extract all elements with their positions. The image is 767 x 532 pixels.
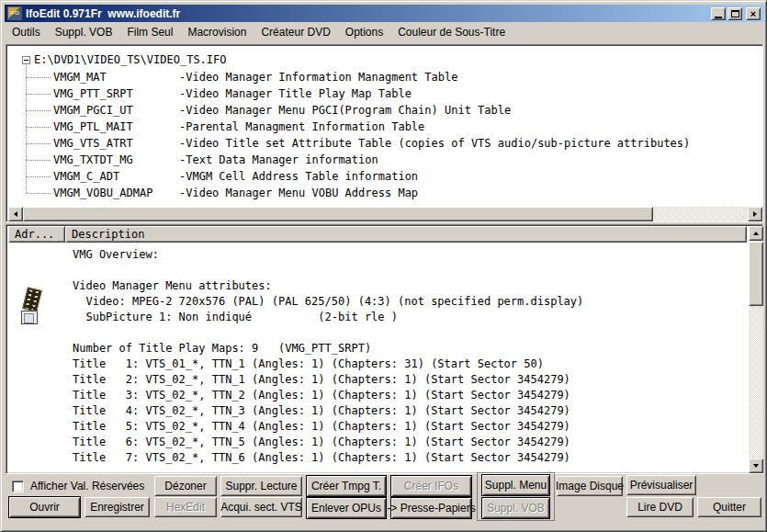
minimize-button[interactable] (711, 7, 726, 20)
tree-item-vmg-ptl-mait[interactable]: VMG_PTL_MAIT-Parental Managment Informat… (53, 119, 424, 135)
tree-item-name: VMGM_PGCI_UT (53, 104, 179, 117)
column-header-adr[interactable]: Adr... (8, 226, 65, 243)
tree-item-desc: -VMGM Cell Address Table information (179, 170, 418, 183)
tree-item-name: VMGM_MAT (53, 71, 179, 84)
show-reserved-checkbox-row[interactable]: Afficher Val. Réservées (12, 476, 144, 496)
tree-item-desc: -Text Data Manager information (179, 153, 378, 166)
info-vertical-scrollbar[interactable] (749, 226, 763, 473)
maximize-button[interactable] (728, 7, 742, 20)
film-strip-icon (21, 289, 45, 329)
show-reserved-checkbox[interactable] (12, 481, 24, 492)
list-header: Adr... Description (8, 226, 747, 243)
vmg-overview-text: VMG Overview: Video Manager Menu attribu… (73, 247, 583, 466)
suppl-menu-button[interactable]: Suppl. Menu (481, 474, 550, 496)
info-line: Number of Title Play Maps: 9 (VMG_PTT_SR… (73, 341, 583, 357)
tree-item-name: VMG_TXTDT_MG (53, 153, 179, 166)
tree-item-desc: -Video Manager Title Play Map Table (179, 87, 412, 100)
column-header-description[interactable]: Description (65, 226, 747, 243)
enregistrer-button[interactable]: Enregistrer (85, 497, 150, 517)
tree-item-name: VMG_PTL_MAIT (53, 120, 179, 133)
menu-createur-dvd[interactable]: Créateur DVD (254, 24, 337, 40)
info-line: Title 3: VTS_02_*, TTN_2 (Angles: 1) (Ch… (73, 388, 583, 403)
arrow-up-icon (753, 232, 759, 235)
tree-item-vmgm-vobu-admap[interactable]: VMGM_VOBU_ADMAP-Video Manager Menu VOBU … (53, 185, 418, 201)
previsualiser-button[interactable]: Prévisualiser (626, 475, 696, 495)
ifo-tree-panel: E:\DVD1\VIDEO_TS\VIDEO_TS.IFO VMGM_MAT-V… (6, 44, 763, 222)
tree-guide-line (26, 65, 27, 193)
enlever-opus-button[interactable]: Enlever OPUs (306, 497, 387, 519)
tree-item-name: VMG_PTT_SRPT (53, 87, 179, 100)
scrollbar-thumb[interactable] (749, 242, 763, 306)
arrow-down-icon (753, 464, 759, 468)
scroll-up-button[interactable] (749, 226, 763, 241)
info-line: Title 7: VTS_02_*, TTN_6 (Angles: 1) (Ch… (73, 450, 583, 466)
tree-root-label: E:\DVD1\VIDEO_TS\VIDEO_TS.IFO (34, 53, 227, 66)
show-reserved-label: Afficher Val. Réservées (30, 480, 144, 492)
menubar: Outils Suppl. VOB Film Seul Macrovision … (5, 23, 764, 40)
ifo-tree: E:\DVD1\VIDEO_TS\VIDEO_TS.IFO VMGM_MAT-V… (8, 47, 762, 207)
tree-item-vmgm-pgci-ut[interactable]: VMGM_PGCI_UT-Video Manager Menu PGCI(Pro… (53, 102, 511, 119)
info-line: Video: MPEG-2 720x576 (PAL) (PAL 625/50)… (73, 294, 583, 310)
dezoner-button[interactable]: Dézoner (154, 476, 217, 496)
tree-item-vmg-vts-atrt[interactable]: VMG_VTS_ATRT-Video Title set Attribute T… (53, 135, 690, 152)
suppr-lecture-button[interactable]: Suppr. Lecture (220, 476, 302, 496)
menu-outils[interactable]: Outils (5, 24, 48, 40)
tree-item-vmg-ptt-srpt[interactable]: VMG_PTT_SRPT-Video Manager Title Play Ma… (53, 85, 412, 102)
info-line: Title 4: VTS_02_*, TTN_3 (Angles: 1) (Ch… (73, 403, 583, 419)
tree-item-desc: -Video Manager Information Managment Tab… (179, 71, 457, 84)
info-line: SubPicture 1: Non indiqué (2-bit rle ) (73, 310, 583, 325)
ouvrir-button[interactable]: Ouvrir (8, 496, 81, 518)
menu-macrovision[interactable]: Macrovision (180, 24, 254, 40)
menu-options[interactable]: Options (338, 24, 390, 40)
scroll-down-button[interactable] (749, 458, 763, 473)
menu-film-seul[interactable]: Film Seul (119, 24, 180, 40)
quitter-button[interactable]: Quitter (697, 497, 761, 517)
menu-couleur-sous-titre[interactable]: Couleur de Sous-Titre (390, 24, 513, 40)
collapse-icon[interactable] (22, 56, 30, 64)
info-line: VMG Overview: (73, 247, 583, 263)
tree-item-desc: -Video Manager Menu VOBU Address Map (179, 187, 418, 199)
lire-dvd-button[interactable]: Lire DVD (626, 497, 694, 517)
creer-tmpg-button[interactable]: Créer Tmpg T. (306, 475, 387, 497)
minimize-icon (715, 17, 722, 18)
info-line (73, 325, 583, 341)
titlebar[interactable]: IFO IfoEdit 0.971Fr www.ifoedit.fr × (5, 5, 764, 22)
scrollbar-thumb[interactable] (23, 207, 653, 221)
presse-papiers-button[interactable]: -> Presse-Papiers (390, 497, 472, 519)
app-icon: IFO (7, 6, 22, 20)
tree-item-vmgm-c-adt[interactable]: VMGM_C_ADT-VMGM Cell Address Table infor… (53, 168, 418, 185)
info-line: Title 2: VTS_02_*, TTN_1 (Angles: 1) (Ch… (73, 372, 583, 388)
creer-ifos-button: Créer IFOs (390, 475, 472, 497)
tree-item-vmgm-mat[interactable]: VMGM_MAT-Video Manager Information Manag… (53, 69, 457, 85)
hexedit-button: HexEdit (154, 497, 217, 517)
tree-item-name: VMGM_C_ADT (53, 170, 179, 183)
tree-item-name: VMG_VTS_ATRT (53, 137, 179, 150)
maximize-icon (731, 10, 739, 17)
ifoedit-window: IFO IfoEdit 0.971Fr www.ifoedit.fr × Out… (0, 0, 767, 532)
image-disque-button[interactable]: Image Disque (557, 476, 623, 496)
arrow-right-icon (753, 211, 757, 217)
tree-root[interactable]: E:\DVD1\VIDEO_TS\VIDEO_TS.IFO (22, 51, 227, 68)
tree-item-vmg-txtdt-mg[interactable]: VMG_TXTDT_MG-Text Data Manager informati… (53, 152, 378, 168)
info-line: Title 6: VTS_02_*, TTN_5 (Angles: 1) (Ch… (73, 435, 583, 450)
close-icon: × (750, 9, 756, 18)
scroll-left-button[interactable] (8, 207, 23, 221)
menu-suppl-vob[interactable]: Suppl. VOB (48, 24, 120, 40)
suppl-vob-button: Suppl. VOB (481, 497, 550, 519)
window-title: IfoEdit 0.971Fr www.ifoedit.fr (26, 7, 180, 20)
acqui-sect-vts-button[interactable]: Acqui. sect. VTS (220, 497, 302, 517)
tree-item-desc: -Video Manager Menu PGCI(Program Chain) … (179, 104, 511, 117)
info-line (73, 263, 583, 278)
tree-item-desc: -Video Title set Attribute Table (copies… (179, 137, 690, 150)
tree-item-name: VMGM_VOBU_ADMAP (53, 187, 179, 199)
arrow-left-icon (14, 211, 17, 217)
close-button[interactable]: × (746, 7, 761, 20)
tree-item-desc: -Parental Managment Information Table (179, 120, 424, 133)
scroll-right-button[interactable] (748, 207, 762, 221)
tree-horizontal-scrollbar[interactable] (8, 207, 762, 221)
info-line: Title 1: VTS_01_*, TTN_1 (Angles: 1) (Ch… (73, 357, 583, 372)
info-line: Video Manager Menu attributes: (73, 278, 583, 294)
info-body: VMG Overview: Video Manager Menu attribu… (8, 243, 747, 472)
info-panel: Adr... Description VMG Overview: Video M… (6, 224, 763, 474)
info-line: Title 5: VTS_02_*, TTN_4 (Angles: 1) (Ch… (73, 419, 583, 435)
